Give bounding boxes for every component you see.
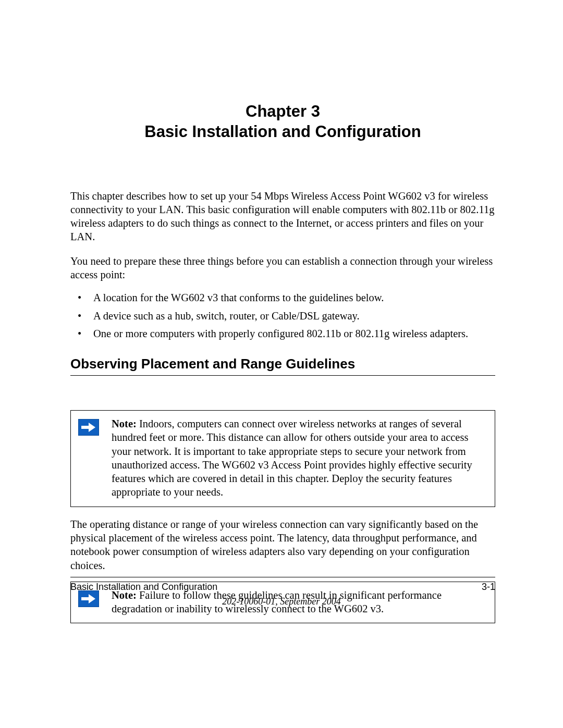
intro-paragraph-2: You need to prepare these three things b… xyxy=(70,254,495,281)
footer-doc-ref: 202-10060-01, September 2004 xyxy=(0,596,563,607)
document-page: Chapter 3 Basic Installation and Configu… xyxy=(0,0,563,728)
section-paragraph: The operating distance or range of your … xyxy=(70,517,495,572)
intro-paragraph-1: This chapter describes how to set up you… xyxy=(70,189,495,244)
footer-page-number: 3-1 xyxy=(482,582,495,593)
note-body: Indoors, computers can connect over wire… xyxy=(112,418,472,498)
prereq-list: A location for the WG602 v3 that conform… xyxy=(70,291,495,340)
list-item: One or more computers with properly conf… xyxy=(70,327,495,340)
chapter-title: Basic Installation and Configuration xyxy=(70,122,495,142)
footer-chapter-name: Basic Installation and Configuration xyxy=(70,582,217,593)
section-heading-placement: Observing Placement and Range Guidelines xyxy=(70,356,495,376)
note-text: Note: Indoors, computers can connect ove… xyxy=(112,417,485,499)
note-box-security: Note: Indoors, computers can connect ove… xyxy=(70,410,495,507)
chapter-heading: Chapter 3 Basic Installation and Configu… xyxy=(70,102,495,142)
page-footer: Basic Installation and Configuration 3-1 xyxy=(70,577,495,593)
list-item: A location for the WG602 v3 that conform… xyxy=(70,291,495,304)
note-icon-cell xyxy=(78,417,112,436)
list-item: A device such as a hub, switch, router, … xyxy=(70,309,495,323)
chapter-number: Chapter 3 xyxy=(70,102,495,122)
arrow-icon xyxy=(78,419,99,436)
note-label: Note: xyxy=(112,418,137,429)
